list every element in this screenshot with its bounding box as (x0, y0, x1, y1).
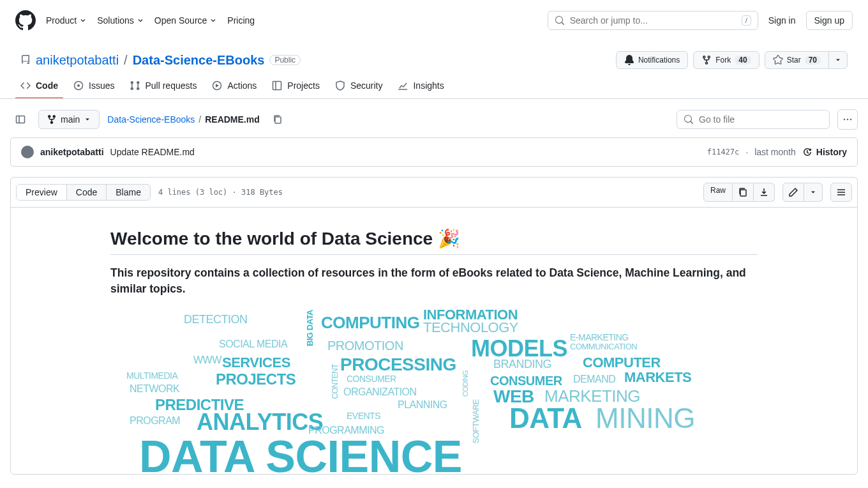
tab-pull-requests[interactable]: Pull requests (124, 74, 202, 98)
wordcloud-word: MARKETS (624, 369, 691, 386)
wordcloud-word: DEMAND (573, 374, 615, 385)
view-tabs: Preview Code Blame (16, 184, 151, 201)
wordcloud-word: DATA SCIENCE (139, 431, 462, 475)
issue-icon (73, 80, 84, 91)
goto-file-input[interactable] (699, 114, 823, 125)
wordcloud-word: BRANDING (493, 358, 551, 371)
wordcloud-word: MINING (595, 402, 695, 434)
repo-name-link[interactable]: Data-Science-EBooks (133, 53, 265, 68)
goto-file[interactable] (677, 110, 830, 129)
wordcloud-word: CONSUMER (347, 374, 396, 384)
breadcrumb: Data-Science-EBooks / README.md (107, 114, 259, 125)
svg-point-10 (850, 119, 852, 121)
raw-button[interactable]: Raw (703, 183, 733, 202)
star-dropdown[interactable] (829, 51, 848, 69)
shield-icon (335, 80, 345, 91)
wordcloud-word: COMPUTING (321, 313, 419, 333)
wordcloud-word: SERVICES (222, 355, 290, 371)
nav-solutions[interactable]: Solutions (97, 15, 144, 26)
search-box[interactable]: / (548, 11, 758, 30)
list-icon (836, 187, 846, 197)
pencil-icon (788, 187, 798, 197)
wordcloud-word: BIG DATA (305, 310, 315, 346)
notifications-button[interactable]: Notifications (616, 51, 688, 69)
commit-author[interactable]: aniketpotabatti (40, 147, 104, 157)
repo-owner-link[interactable]: aniketpotabatti (36, 53, 119, 68)
star-button[interactable]: Star 70 (765, 51, 829, 69)
kebab-icon (842, 114, 853, 125)
file-box: Preview Code Blame 4 lines (3 loc) · 318… (10, 177, 858, 475)
file-area: main Data-Science-EBooks / README.md ani… (0, 99, 868, 485)
wordcloud-word: DETECTION (184, 313, 248, 326)
wordcloud-word: TECHNOLOGY (423, 319, 518, 336)
github-logo-icon[interactable] (15, 10, 36, 31)
edit-dropdown[interactable] (804, 183, 823, 202)
wordcloud-word: PROJECTS (216, 370, 296, 388)
repo-tabs: Code Issues Pull requests Actions Projec… (0, 74, 868, 99)
global-header: Product Solutions Open Source Pricing / … (0, 0, 868, 41)
repo-header: aniketpotabatti / Data-Science-EBooks Pu… (0, 41, 868, 74)
wordcloud-word: COMMUNICATION (570, 342, 637, 351)
svg-point-8 (844, 119, 846, 121)
avatar[interactable] (21, 146, 34, 158)
copy-path-button[interactable] (267, 109, 288, 130)
commit-message[interactable]: Update README.md (110, 147, 195, 157)
expand-tree-button[interactable] (10, 109, 31, 130)
sidebar-expand-icon (15, 114, 26, 125)
tab-blame[interactable]: Blame (107, 185, 150, 200)
chevron-down-icon (79, 17, 87, 24)
project-icon (272, 80, 282, 91)
svg-point-9 (847, 119, 849, 121)
svg-rect-3 (273, 82, 281, 90)
file-toolbar: main Data-Science-EBooks / README.md (10, 109, 858, 130)
sign-in-link[interactable]: Sign in (768, 15, 796, 26)
tab-projects[interactable]: Projects (267, 74, 325, 98)
outline-button[interactable] (830, 183, 852, 202)
commit-sha[interactable]: f11427c (707, 148, 740, 156)
tab-preview[interactable]: Preview (17, 185, 67, 200)
nav-pricing[interactable]: Pricing (227, 15, 255, 26)
star-count: 70 (805, 56, 821, 65)
tab-security[interactable]: Security (330, 74, 388, 98)
fork-button[interactable]: Fork 40 (693, 51, 759, 69)
readme-content: Welcome to the world of Data Science 🎉 T… (11, 208, 857, 474)
search-icon (555, 15, 565, 26)
wordcloud-word: DATA (509, 402, 582, 434)
edit-button[interactable] (782, 183, 804, 202)
tab-insights[interactable]: Insights (393, 74, 449, 98)
download-button[interactable] (754, 183, 775, 202)
tab-code-view[interactable]: Code (67, 185, 107, 200)
nav-open-source[interactable]: Open Source (154, 15, 218, 26)
global-nav: Product Solutions Open Source Pricing (46, 15, 255, 26)
wordcloud-word: PROCESSING (340, 355, 456, 375)
copy-icon (738, 187, 748, 197)
tab-actions[interactable]: Actions (207, 74, 262, 98)
wordcloud-word: SOFTWARE (471, 399, 481, 443)
svg-rect-7 (275, 117, 281, 123)
history-link[interactable]: History (802, 147, 847, 157)
nav-product[interactable]: Product (46, 15, 87, 26)
readme-h3: This repository contains a collection of… (110, 265, 758, 296)
history-icon (802, 147, 812, 157)
wordcloud-word: PROMOTION (327, 339, 403, 353)
wordcloud-word: CONTENT (331, 364, 340, 399)
breadcrumb-file: README.md (205, 114, 260, 125)
wordcloud-word: NETWORK (130, 383, 179, 395)
breadcrumb-repo[interactable]: Data-Science-EBooks (107, 114, 195, 125)
sign-up-button[interactable]: Sign up (806, 11, 853, 30)
star-icon (773, 55, 783, 65)
wordcloud-word: CODING (461, 370, 469, 397)
wordcloud-word: ORGANIZATION (343, 386, 417, 398)
commit-time: last month (754, 147, 796, 157)
repo-actions: Notifications Fork 40 Star 70 (616, 51, 848, 69)
more-options-button[interactable] (837, 109, 858, 130)
fork-count: 40 (735, 56, 751, 65)
copy-raw-button[interactable] (733, 183, 754, 202)
svg-rect-11 (740, 190, 746, 196)
branch-select[interactable]: main (38, 110, 100, 129)
tab-code[interactable]: Code (15, 74, 63, 98)
tab-issues[interactable]: Issues (68, 74, 119, 98)
chevron-down-icon (137, 17, 144, 24)
search-input[interactable] (570, 15, 737, 26)
visibility-badge: Public (269, 55, 301, 65)
